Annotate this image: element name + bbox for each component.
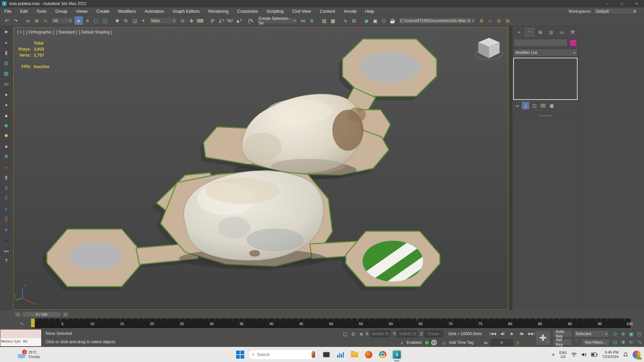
notification-bell-icon[interactable]: z xyxy=(623,352,628,357)
use-pivot-point-center-icon[interactable]: ⊙ xyxy=(178,16,187,25)
rectangular-selection-region-icon[interactable]: ▢ xyxy=(92,16,100,25)
toggle-layer-explorer-icon[interactable]: ▦ xyxy=(329,16,337,25)
left-toolbar-icon[interactable]: ? xyxy=(2,256,11,265)
left-toolbar-icon[interactable]: ▬ xyxy=(2,246,11,254)
left-toolbar-icon[interactable]: ● xyxy=(2,90,11,99)
spinner-snap-icon[interactable]: ▲² xyxy=(234,16,243,25)
clock-widget[interactable]: 5:45 PM 7/23/2024 xyxy=(602,350,619,359)
viewport-menu-renderer[interactable]: [ Standard ] xyxy=(56,30,77,35)
menu-item[interactable]: Animation xyxy=(140,7,168,15)
close-button[interactable]: × xyxy=(629,0,644,7)
chrome-browser-icon[interactable] xyxy=(378,350,388,360)
configure-modifier-sets-icon[interactable]: ▦ xyxy=(548,102,555,109)
time-slider[interactable]: 0 / 100 xyxy=(22,311,61,317)
align-icon[interactable]: ≣ xyxy=(308,16,316,25)
selection-lock-icon[interactable]: Ω xyxy=(350,330,357,338)
left-toolbar-icon[interactable]: ● xyxy=(2,204,11,213)
left-toolbar-icon[interactable]: ▦ xyxy=(2,69,11,78)
menu-item[interactable]: File xyxy=(0,7,16,15)
zoom-extents-icon[interactable]: ▣ xyxy=(627,330,635,338)
menu-item[interactable]: Group xyxy=(51,7,72,15)
create-tab[interactable]: + xyxy=(515,28,523,36)
isolate-selection-icon[interactable]: ▢ xyxy=(341,330,349,338)
taskbar-search[interactable] xyxy=(248,350,317,360)
edit-named-selection-sets-icon[interactable]: {✎ xyxy=(247,16,255,25)
time-configuration-clock-icon[interactable]: ◷ xyxy=(514,339,521,346)
next-frame-button[interactable]: > xyxy=(62,311,69,317)
x-coordinate-field[interactable]: 464382.75 xyxy=(370,330,390,337)
pin-stack-icon[interactable]: ⊸ xyxy=(513,102,521,109)
modifier-list-dropdown[interactable]: Modifier List ▾ xyxy=(513,49,578,57)
viewport-menu-shading[interactable]: [ Default Shading ] xyxy=(79,30,112,35)
menu-item[interactable]: Rendering xyxy=(204,7,233,15)
project-hierarchy-icon[interactable]: ⊟ xyxy=(495,16,503,25)
next-frame-button[interactable]: ‖▶ xyxy=(518,330,526,337)
project-script-gear-icon[interactable]: ⚙ xyxy=(477,16,486,25)
left-toolbar-icon[interactable]: ▭ xyxy=(2,79,11,88)
select-and-place-icon[interactable]: ⌖ xyxy=(139,16,148,25)
left-toolbar-icon[interactable]: ◍ xyxy=(2,59,11,67)
left-toolbar-icon[interactable]: ⣿ xyxy=(2,215,11,223)
go-to-start-button[interactable]: |◀◀ xyxy=(488,330,497,337)
project-folder-path[interactable]: C:\Users\97155\Documents\3ds Max 2022▾ xyxy=(398,17,476,24)
left-toolbar-icon[interactable]: ▮ xyxy=(2,173,11,182)
viewport-menu-view[interactable]: [ Orthographic ] xyxy=(26,30,54,35)
battery-icon[interactable] xyxy=(591,353,598,357)
project-structure-icon[interactable]: ⊞ xyxy=(503,16,512,25)
percent-snap-icon[interactable]: %² xyxy=(226,16,234,25)
zoom-region-icon[interactable]: ⊡ xyxy=(611,339,619,346)
menu-item[interactable]: Modifiers xyxy=(114,7,140,15)
curve-editor-icon[interactable]: ∿ xyxy=(341,16,350,25)
zoom-all-icon[interactable]: ⊕ xyxy=(619,330,627,338)
scene-3d-view[interactable]: x z y xyxy=(13,27,508,309)
zero-badge[interactable]: 0 xyxy=(431,340,437,345)
display-tab[interactable]: ▭ xyxy=(557,28,566,36)
3ds-max-app-icon[interactable]: 3 xyxy=(392,350,402,360)
render-setup-icon[interactable]: ▣ xyxy=(371,16,379,25)
make-unique-icon[interactable]: ◫ xyxy=(531,102,538,109)
show-end-result-icon[interactable]: ▯ xyxy=(522,102,529,109)
select-and-link-icon[interactable]: ∞ xyxy=(24,16,32,25)
window-crossing-icon[interactable]: ◳ xyxy=(101,16,109,25)
speaker-icon[interactable] xyxy=(581,352,587,357)
maximize-button[interactable]: □ xyxy=(614,0,629,7)
panel-resize-handle[interactable] xyxy=(539,116,552,116)
zoom-icon[interactable]: ⊙ xyxy=(611,330,619,338)
maxscript-listener-row[interactable]: MAXScript Mi xyxy=(0,338,41,346)
left-toolbar-icon[interactable]: ▮ xyxy=(2,48,11,57)
remove-modifier-icon[interactable]: ⌧ xyxy=(539,102,547,109)
keyboard-shortcut-override-icon[interactable]: ⌨ xyxy=(196,16,204,25)
hierarchy-tab[interactable]: ⊞ xyxy=(536,28,545,36)
zoom-extents-all-icon[interactable]: ◳ xyxy=(635,330,643,338)
maxscript-mini-listener[interactable]: MAXScript Mi xyxy=(0,329,42,347)
file-explorer-icon[interactable] xyxy=(350,350,360,360)
select-and-scale-icon[interactable]: ◲ xyxy=(130,16,139,25)
left-toolbar-icon[interactable]: ⠿ xyxy=(2,194,11,202)
material-editor-icon[interactable]: ◉ xyxy=(362,16,371,25)
menu-item[interactable]: Content xyxy=(315,7,339,15)
search-highlight-image[interactable] xyxy=(312,351,315,358)
select-and-rotate-icon[interactable]: ↻ xyxy=(122,16,130,25)
left-toolbar-icon[interactable]: ✸ xyxy=(2,131,11,140)
left-toolbar-icon[interactable]: ● xyxy=(2,163,11,171)
schematic-view-icon[interactable]: ⊟ xyxy=(350,16,358,25)
menu-item[interactable]: Graph Editors xyxy=(168,7,204,15)
mini-curve-editor-button[interactable]: ∿ xyxy=(14,319,29,328)
snaps-toggle-3d-icon[interactable]: 3³ xyxy=(208,16,217,25)
menu-item[interactable]: Views xyxy=(72,7,92,15)
tray-overflow-caret-icon[interactable]: ∧ xyxy=(552,352,555,357)
track-bar[interactable]: ∿ 05101520253035404550556065707580859095… xyxy=(0,318,644,328)
menu-item[interactable]: Tools xyxy=(32,7,51,15)
viewport[interactable]: [ + ] [ Orthographic ] [ Standard ] [ De… xyxy=(13,27,508,310)
view-cube[interactable] xyxy=(475,38,502,60)
menu-item[interactable]: Edit xyxy=(16,7,32,15)
z-coordinate-field[interactable]: 0.0mm xyxy=(424,330,443,337)
go-to-end-button[interactable]: ▶▶| xyxy=(527,330,536,337)
modify-tab[interactable]: ◠ xyxy=(525,28,534,36)
menu-item[interactable]: Help xyxy=(361,7,378,15)
motion-tab[interactable]: ◎ xyxy=(547,28,555,36)
reference-coordinate-system-dropdown[interactable]: View▾ xyxy=(149,17,177,24)
auto-key-button[interactable]: Auto Key xyxy=(553,330,572,338)
maximize-viewport-icon[interactable]: ◹ xyxy=(635,339,643,346)
previous-frame-button[interactable]: ◀‖ xyxy=(498,330,507,337)
